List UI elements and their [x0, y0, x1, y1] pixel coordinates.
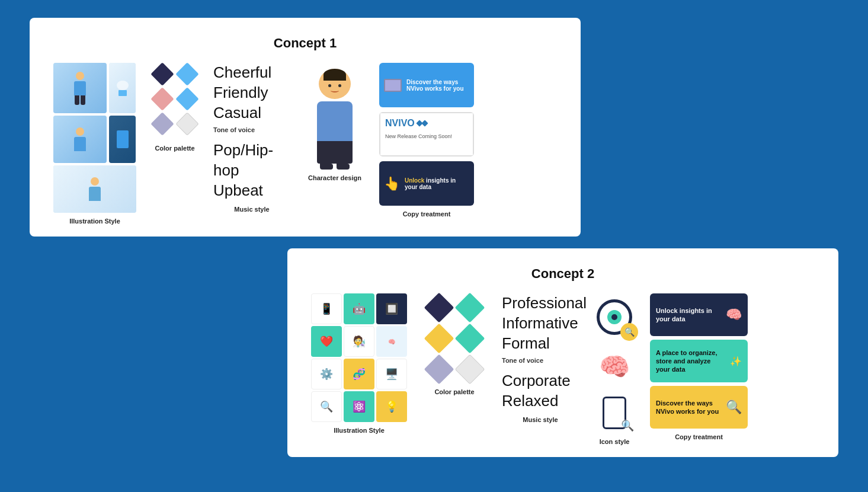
tone-word-2: Friendly	[213, 83, 290, 103]
concept1-illustration-col	[53, 63, 136, 213]
c2-copy-card-3-inner: Discover the ways NVivo works for you 🔍	[650, 386, 748, 429]
copy-card-3-inner: 👆 Unlock insights in your data	[379, 161, 474, 206]
char-pants	[317, 141, 353, 164]
character-figure	[308, 63, 361, 170]
concept2-copy-col: Unlock insights in your data 🧠 A place t…	[650, 293, 748, 429]
copy-card-2: NVIVO New Release Coming Soon!	[379, 112, 474, 156]
char-eye-right	[338, 84, 341, 87]
concept1-diamond-grid	[151, 63, 198, 135]
c2-tone-word-3: Formal	[502, 334, 579, 354]
concept1-tone-words: Cheerful Friendly Casual	[213, 63, 290, 123]
concept1-copy-section: Discover the ways NVivo works for you NV…	[379, 63, 474, 218]
concept2-palette-label: Color palette	[434, 388, 474, 395]
concept1-palette-col	[148, 63, 201, 140]
c2-copy-icon-2: ✨	[730, 356, 742, 367]
concept2-music-label: Music style	[523, 416, 558, 423]
concept1-music-words: Pop/Hip-hop Upbeat	[213, 140, 290, 200]
illus-cell-6: 🧠	[376, 326, 407, 357]
copy-card-3: 👆 Unlock insights in your data	[379, 161, 474, 206]
concept2-palette-col	[419, 293, 490, 384]
concept1-copy-label: Copy treatment	[403, 210, 451, 218]
concept2-tone-label: Tone of voice	[502, 357, 579, 364]
person-leg	[75, 95, 79, 105]
c2-copy-text-2: A place to organize, store and analyze y…	[656, 349, 725, 374]
illus-cell-2: 🤖	[344, 293, 374, 324]
person-leg-2	[81, 95, 85, 105]
c2-copy-icon-3: 🔍	[726, 400, 742, 415]
c2-copy-text-1: Unlock insights in your data	[656, 306, 721, 324]
concept1-tone-label: Tone of voice	[213, 126, 290, 133]
concept2-illustration-section: 📱 🤖 🔲 ❤️ 🧑‍🔬 🧠 ⚙️ 🧬 🖥️ 🔍 ⚛️ 💡 Illustrati…	[311, 293, 407, 434]
illus-cell-10: 🔍	[311, 391, 342, 422]
person-body-3	[89, 187, 101, 201]
concept1-title: Concept 1	[53, 36, 557, 51]
illus-thumb-large	[53, 63, 107, 113]
tone-word-3: Casual	[213, 103, 290, 123]
concept2-content: 📱 🤖 🔲 ❤️ 🧑‍🔬 🧠 ⚙️ 🧬 🖥️ 🔍 ⚛️ 💡 Illustrati…	[311, 293, 815, 445]
mini-screen-icon	[384, 79, 402, 92]
illus-scene-3	[53, 116, 107, 163]
tone-word-1: Cheerful	[213, 63, 290, 83]
illus-cell-12: 💡	[376, 391, 407, 422]
copy-card-1-text: Discover the ways NVivo works for you	[406, 79, 469, 92]
concept2-icon-col: 🔍 🧠 🔍	[591, 293, 638, 433]
concept2-copy-section: Unlock insights in your data 🧠 A place t…	[650, 293, 748, 440]
c2-copy-card-2-inner: A place to organize, store and analyze y…	[650, 340, 748, 382]
brain-lightbulb-icon: 🧠	[594, 346, 635, 387]
svg-rect-1	[118, 90, 127, 96]
c2-diamond-1	[424, 293, 454, 323]
concept2-icon-section: 🔍 🧠 🔍 Icon style	[591, 293, 638, 445]
char-hair	[324, 69, 346, 81]
illus-cell-11: ⚛️	[344, 391, 374, 422]
c2-music-word-2: Relaxed	[502, 391, 579, 411]
person-body-2	[74, 137, 86, 151]
illus-cell-7: ⚙️	[311, 359, 342, 389]
illus-scene-4	[109, 116, 136, 163]
person-body	[74, 81, 86, 95]
c2-copy-card-3: Discover the ways NVivo works for you 🔍	[650, 386, 748, 429]
c2-diamond-6	[455, 354, 485, 385]
c2-copy-card-1-inner: Unlock insights in your data 🧠	[650, 293, 748, 336]
diamond-1	[150, 62, 174, 86]
illus-thumb-mid	[53, 116, 107, 163]
person-head-3	[91, 177, 99, 186]
concept1-illustration-section: Illustration Style	[53, 63, 136, 225]
c2-diamond-5	[424, 354, 454, 385]
search-mag-handle: 🔍	[620, 323, 638, 341]
eye-pupil	[611, 314, 617, 320]
c2-diamond-4	[455, 324, 485, 354]
diamond-2	[175, 62, 199, 86]
svg-point-0	[117, 81, 129, 90]
concept2-title: Concept 2	[311, 266, 815, 282]
concept1-palette-section: Color palette	[148, 63, 201, 152]
c2-diamond-2	[455, 293, 485, 323]
c2-music-word-1: Corporate	[502, 371, 579, 391]
eye-inner	[607, 310, 622, 324]
illus-thumb-small-2	[109, 116, 136, 163]
concept1-text-col: Cheerful Friendly Casual Tone of voice P…	[213, 63, 290, 201]
copy-card-2-inner: NVIVO New Release Coming Soon!	[379, 112, 474, 156]
char-body	[317, 101, 353, 141]
concept1-palette-label: Color palette	[155, 145, 194, 152]
c2-copy-card-2: A place to organize, store and analyze y…	[650, 340, 748, 382]
search-overlay-icon: 🔍	[621, 419, 634, 432]
nvivo-sub-text: New Release Coming Soon!	[385, 133, 452, 139]
c2-copy-card-1: Unlock insights in your data 🧠	[650, 293, 748, 336]
char-face	[326, 82, 344, 94]
char-smile	[331, 89, 339, 92]
illus-cell-9: 🖥️	[376, 359, 407, 389]
music-word-1: Pop/Hip-hop	[213, 140, 290, 181]
diamond-6	[175, 112, 199, 136]
hand-pointer-icon: 👆	[384, 176, 400, 191]
concept2-tone-words: Professional Informative Formal	[502, 293, 579, 353]
concept2-card: Concept 2 📱 🤖 🔲 ❤️ 🧑‍🔬 🧠 ⚙️ 🧬 🖥️ 🔍 ⚛️ 💡 …	[287, 248, 838, 457]
char-feet	[320, 164, 350, 170]
nvivo-logo: NVIVO	[385, 118, 415, 129]
diamond-3	[150, 87, 174, 111]
illus-scene-1	[53, 63, 107, 113]
copy-card-3-text: Unlock insights in your data	[405, 177, 469, 190]
illus-scene-2	[109, 63, 136, 113]
char-eye-left	[328, 84, 331, 87]
concept1-character-col	[302, 63, 367, 170]
concept2-palette-section: Color palette	[419, 293, 490, 395]
